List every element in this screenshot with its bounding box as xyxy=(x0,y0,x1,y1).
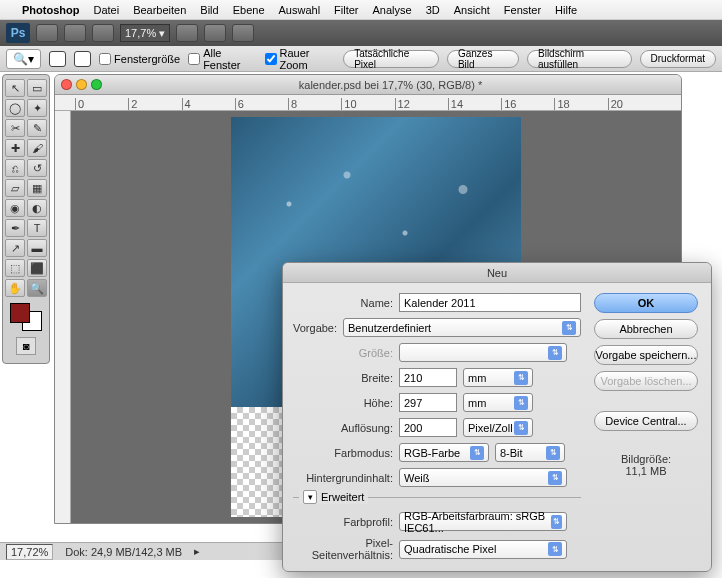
heal-tool-icon[interactable]: ✚ xyxy=(5,139,25,157)
menu-datei[interactable]: Datei xyxy=(93,4,119,16)
hoehe-unit-select[interactable]: mm⇅ xyxy=(463,393,533,412)
erweitert-label: Erweitert xyxy=(321,491,364,503)
rauer-zoom-checkbox[interactable]: Rauer Zoom xyxy=(265,47,336,71)
hand-icon[interactable] xyxy=(176,24,198,42)
ruler-horizontal: 02468101214161820 xyxy=(55,95,681,111)
fg-color-icon[interactable] xyxy=(10,303,30,323)
pill-fit-screen[interactable]: Ganzes Bild xyxy=(447,50,519,68)
farbprofil-select[interactable]: RGB-Arbeitsfarbraum: sRGB IEC61...⇅ xyxy=(399,512,567,531)
menu-3d[interactable]: 3D xyxy=(426,4,440,16)
mini-bridge-icon[interactable] xyxy=(64,24,86,42)
eyedropper-tool-icon[interactable]: ✎ xyxy=(27,119,47,137)
menu-ansicht[interactable]: Ansicht xyxy=(454,4,490,16)
tool-panel: ↖ ▭ ◯ ✦ ✂ ✎ ✚ 🖌 ⎌ ↺ ▱ ▦ ◉ ◐ ✒ T ↗ ▬ ⬚ ⬛ … xyxy=(2,74,50,364)
ps-logo-icon: Ps xyxy=(6,23,30,43)
options-bar: 🔍▾ Fenstergröße Alle Fenster Rauer Zoom … xyxy=(0,46,722,72)
farbmodus-select[interactable]: RGB-Farbe⇅ xyxy=(399,443,489,462)
brush-tool-icon[interactable]: 🖌 xyxy=(27,139,47,157)
breite-unit-select[interactable]: mm⇅ xyxy=(463,368,533,387)
app-bar: Ps 17,7%▾ xyxy=(0,20,722,46)
zoom-in-icon[interactable] xyxy=(49,51,66,67)
pixelratio-select[interactable]: Quadratische Pixel⇅ xyxy=(399,540,567,559)
close-icon[interactable] xyxy=(61,79,72,90)
menu-bild[interactable]: Bild xyxy=(200,4,218,16)
breite-input[interactable] xyxy=(399,368,457,387)
3d-tool-icon[interactable]: ⬚ xyxy=(5,259,25,277)
groesse-select: ⇅ xyxy=(399,343,567,362)
aufloesung-input[interactable] xyxy=(399,418,457,437)
farbtiefe-select[interactable]: 8-Bit⇅ xyxy=(495,443,565,462)
bridge-icon[interactable] xyxy=(36,24,58,42)
vorgabe-select[interactable]: Benutzerdefiniert⇅ xyxy=(343,318,581,337)
device-central-button[interactable]: Device Central... xyxy=(594,411,698,431)
hoehe-input[interactable] xyxy=(399,393,457,412)
save-preset-button[interactable]: Vorgabe speichern... xyxy=(594,345,698,365)
hand-tool-icon[interactable]: ✋ xyxy=(5,279,25,297)
color-swatch[interactable] xyxy=(10,303,42,331)
menu-fenster[interactable]: Fenster xyxy=(504,4,541,16)
menu-filter[interactable]: Filter xyxy=(334,4,358,16)
status-zoom[interactable]: 17,72% xyxy=(6,544,53,560)
crop-tool-icon[interactable]: ✂ xyxy=(5,119,25,137)
shape-tool-icon[interactable]: ▬ xyxy=(27,239,47,257)
cancel-button[interactable]: Abbrechen xyxy=(594,319,698,339)
erweitert-disclose-icon[interactable]: ▾ xyxy=(303,490,317,504)
history-brush-icon[interactable]: ↺ xyxy=(27,159,47,177)
pill-fill-screen[interactable]: Bildschirm ausfüllen xyxy=(527,50,632,68)
new-document-dialog: Neu Name: Vorgabe: Benutzerdefiniert⇅ Gr… xyxy=(282,262,712,572)
ruler-vertical xyxy=(55,111,71,523)
dodge-tool-icon[interactable]: ◐ xyxy=(27,199,47,217)
quickmask-icon[interactable]: ◙ xyxy=(16,337,36,355)
marquee-tool-icon[interactable]: ▭ xyxy=(27,79,47,97)
lasso-tool-icon[interactable]: ◯ xyxy=(5,99,25,117)
pen-tool-icon[interactable]: ✒ xyxy=(5,219,25,237)
type-tool-icon[interactable]: T xyxy=(27,219,47,237)
gradient-tool-icon[interactable]: ▦ xyxy=(27,179,47,197)
pill-actual-pixels[interactable]: Tatsächliche Pixel xyxy=(343,50,439,68)
eraser-tool-icon[interactable]: ▱ xyxy=(5,179,25,197)
alle-fenster-checkbox[interactable]: Alle Fenster xyxy=(188,47,256,71)
zoom-level-field[interactable]: 17,7%▾ xyxy=(120,24,170,42)
aufloesung-label: Auflösung: xyxy=(293,422,393,434)
zoom-tool-icon[interactable]: 🔍 xyxy=(27,279,47,297)
document-titlebar: kalender.psd bei 17,7% (30, RGB/8) * xyxy=(55,75,681,95)
farbprofil-label: Farbprofil: xyxy=(293,516,393,528)
move-tool-icon[interactable]: ↖ xyxy=(5,79,25,97)
name-input[interactable] xyxy=(399,293,581,312)
menu-bearbeiten[interactable]: Bearbeiten xyxy=(133,4,186,16)
app-name[interactable]: Photoshop xyxy=(22,4,79,16)
extras-icon[interactable] xyxy=(92,24,114,42)
name-label: Name: xyxy=(293,297,393,309)
arrange-icon[interactable] xyxy=(204,24,226,42)
path-tool-icon[interactable]: ↗ xyxy=(5,239,25,257)
menu-ebene[interactable]: Ebene xyxy=(233,4,265,16)
blur-tool-icon[interactable]: ◉ xyxy=(5,199,25,217)
aufloesung-unit-select[interactable]: Pixel/Zoll⇅ xyxy=(463,418,533,437)
status-arrow-icon[interactable]: ▸ xyxy=(194,545,200,558)
zoom-out-icon[interactable] xyxy=(74,51,91,67)
menu-hilfe[interactable]: Hilfe xyxy=(555,4,577,16)
ok-button[interactable]: OK xyxy=(594,293,698,313)
farbmodus-label: Farbmodus: xyxy=(293,447,393,459)
camera-tool-icon[interactable]: ⬛ xyxy=(27,259,47,277)
dialog-title: Neu xyxy=(283,263,711,283)
groesse-label: Größe: xyxy=(293,347,393,359)
mac-menubar: Photoshop Datei Bearbeiten Bild Ebene Au… xyxy=(0,0,722,20)
vorgabe-label: Vorgabe: xyxy=(293,322,337,334)
screen-mode-icon[interactable] xyxy=(232,24,254,42)
hintergrund-select[interactable]: Weiß⇅ xyxy=(399,468,567,487)
stamp-tool-icon[interactable]: ⎌ xyxy=(5,159,25,177)
breite-label: Breite: xyxy=(293,372,393,384)
delete-preset-button: Vorgabe löschen... xyxy=(594,371,698,391)
current-tool-icon[interactable]: 🔍▾ xyxy=(6,49,41,69)
wand-tool-icon[interactable]: ✦ xyxy=(27,99,47,117)
menu-auswahl[interactable]: Auswahl xyxy=(279,4,321,16)
pixelratio-label: Pixel-Seitenverhältnis: xyxy=(293,537,393,561)
minimize-icon[interactable] xyxy=(76,79,87,90)
pill-print-size[interactable]: Druckformat xyxy=(640,50,716,68)
menu-analyse[interactable]: Analyse xyxy=(373,4,412,16)
bildgroesse-value: 11,1 MB xyxy=(621,465,671,477)
maximize-icon[interactable] xyxy=(91,79,102,90)
hoehe-label: Höhe: xyxy=(293,397,393,409)
fenstergroesse-checkbox[interactable]: Fenstergröße xyxy=(99,53,180,65)
